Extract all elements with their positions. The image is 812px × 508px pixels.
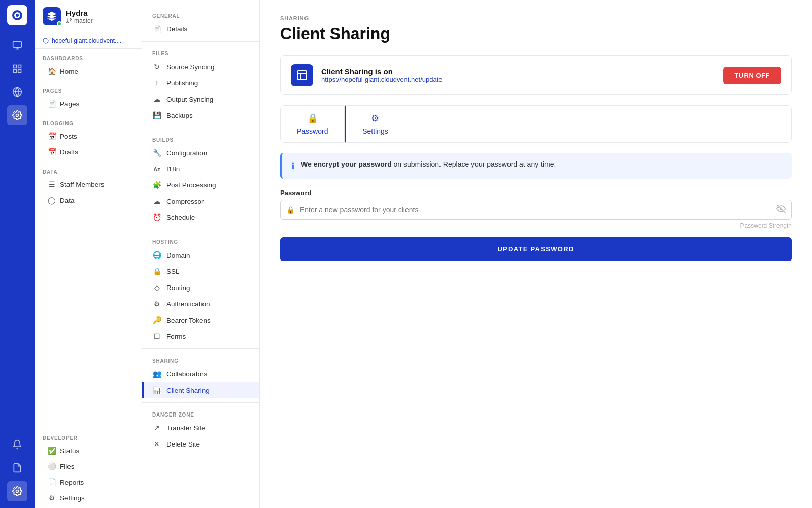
nav-item-details[interactable]: 📄 Details [142, 21, 259, 37]
nav-item-forms[interactable]: ☐ Forms [142, 328, 259, 344]
sidebar-item-pages[interactable]: 📄 Pages [43, 96, 133, 111]
nav-item-i18n[interactable]: Az I18n [142, 161, 259, 177]
sidebar-url[interactable]: hopeful-giant.cloudvent.... [35, 33, 142, 49]
tab-settings-icon: ⚙ [371, 113, 379, 124]
nav-icon-globe[interactable] [7, 82, 27, 102]
svg-rect-9 [18, 70, 21, 73]
sharing-icon-box [291, 64, 313, 86]
nav-item-domain[interactable]: 🌐 Domain [142, 247, 259, 263]
nav-section-danger: DANGER ZONE [142, 407, 259, 420]
sidebar-item-posts[interactable]: 📅 Posts [43, 129, 133, 144]
nav-section-builds: BUILDS [142, 132, 259, 145]
sidebar-item-drafts[interactable]: 📅 Drafts [43, 144, 133, 160]
i18n-icon: Az [152, 166, 161, 172]
eye-icon[interactable] [776, 204, 786, 215]
nav-icon-settings[interactable] [7, 105, 27, 125]
main-content: SHARING Client Sharing Client Sharing is… [260, 0, 812, 508]
details-icon: 📄 [152, 25, 161, 33]
info-icon: ℹ [291, 161, 295, 172]
nav-icon-user-settings[interactable] [7, 481, 27, 501]
password-input[interactable] [280, 200, 792, 220]
section-label-dashboards: DASHBOARDS [43, 56, 133, 61]
authentication-icon: ⚙ [152, 300, 161, 308]
section-blogging: BLOGGING 📅 Posts 📅 Drafts [35, 114, 142, 162]
publishing-icon: ↑ [152, 79, 161, 87]
sidebar-item-reports[interactable]: 📄 Reports [43, 474, 133, 490]
files-icon: ⚪ [48, 462, 56, 470]
svg-rect-18 [297, 71, 307, 80]
transfer-site-icon: ↗ [152, 424, 161, 432]
page-title: Client Sharing [280, 24, 792, 43]
nav-icon-bell[interactable] [7, 434, 27, 455]
status-icon: ✅ [48, 447, 56, 455]
ssl-icon: 🔒 [152, 267, 161, 275]
delete-site-icon: ✕ [152, 440, 161, 448]
nav-icon-reports[interactable] [7, 458, 27, 478]
nav-item-output-syncing[interactable]: ☁ Output Syncing [142, 91, 259, 107]
svg-rect-8 [14, 70, 17, 73]
section-developer: DEVELOPER ✅ Status ⚪ Files 📄 Reports ⚙ S… [35, 428, 142, 508]
drafts-icon: 📅 [48, 148, 56, 156]
nav-item-configuration[interactable]: 🔧 Configuration [142, 145, 259, 161]
password-strength-label: Password Strength [280, 222, 792, 229]
field-label-password: Password [280, 189, 792, 197]
svg-point-16 [67, 21, 69, 23]
branch-label: master [66, 17, 93, 24]
nav-item-source-syncing[interactable]: ↻ Source Syncing [142, 58, 259, 75]
nav-item-backups[interactable]: 💾 Backups [142, 107, 259, 123]
update-password-button[interactable]: UPDATE PASSWORD [280, 237, 792, 261]
turn-off-button[interactable]: TURN OFF [723, 67, 781, 84]
svg-rect-7 [18, 65, 21, 68]
staff-icon: ☰ [48, 180, 56, 188]
svg-point-12 [16, 114, 19, 117]
sidebar-item-files[interactable]: ⚪ Files [43, 459, 133, 474]
password-form: Password 🔒 Password Strength UPDATE PASS… [280, 189, 792, 261]
nav-section-files: FILES [142, 46, 259, 58]
sidebar-item-home[interactable]: 🏠 Home [43, 64, 133, 79]
nav-item-compressor[interactable]: ☁ Compressor [142, 193, 259, 209]
info-box: ℹ We encrypt your password on submission… [280, 153, 792, 179]
nav-item-routing[interactable]: ◇ Routing [142, 279, 259, 296]
settings-nav: GENERAL 📄 Details FILES ↻ Source Syncing… [142, 0, 260, 508]
nav-item-authentication[interactable]: ⚙ Authentication [142, 296, 259, 312]
nav-item-publishing[interactable]: ↑ Publishing [142, 75, 259, 91]
sidebar-item-settings[interactable]: ⚙ Settings [43, 490, 133, 505]
site-name: Hydra [66, 9, 93, 17]
nav-item-bearer-tokens[interactable]: 🔑 Bearer Tokens [142, 312, 259, 328]
sidebar-item-status[interactable]: ✅ Status [43, 443, 133, 458]
site-logo [43, 7, 61, 25]
nav-icon-monitor[interactable] [7, 35, 27, 55]
nav-item-schedule[interactable]: ⏰ Schedule [142, 209, 259, 226]
compressor-icon: ☁ [152, 197, 161, 205]
svg-point-2 [16, 14, 19, 17]
nav-item-post-processing[interactable]: 🧩 Post Processing [142, 177, 259, 193]
app-logo[interactable] [7, 5, 27, 25]
home-icon: 🏠 [48, 67, 56, 75]
section-pages: PAGES 📄 Pages [35, 81, 142, 114]
sidebar-item-staff-members[interactable]: ☰ Staff Members [43, 177, 133, 192]
page-section-label: SHARING [280, 15, 792, 21]
client-sharing-icon: 📊 [152, 386, 161, 394]
nav-item-collaborators[interactable]: 👥 Collaborators [142, 366, 259, 382]
forms-icon: ☐ [152, 332, 161, 340]
routing-icon: ◇ [152, 283, 161, 292]
collaborators-icon: 👥 [152, 370, 161, 378]
nav-icon-grid[interactable] [7, 58, 27, 79]
source-syncing-icon: ↻ [152, 62, 161, 71]
site-sidebar: Hydra master hopeful-giant.cloudvent....… [35, 0, 142, 508]
nav-section-sharing: SHARING [142, 353, 259, 366]
info-text: We encrypt your password on submission. … [301, 160, 556, 168]
svg-point-15 [70, 18, 72, 20]
tab-password[interactable]: 🔒 Password [281, 106, 345, 142]
nav-item-delete-site[interactable]: ✕ Delete Site [142, 436, 259, 452]
pages-icon: 📄 [48, 100, 56, 108]
sharing-status-card: Client Sharing is on https://hopeful-gia… [280, 55, 792, 95]
section-data: DATA ☰ Staff Members ◯ Data [35, 162, 142, 210]
sidebar-item-data[interactable]: ◯ Data [43, 193, 133, 208]
nav-item-ssl[interactable]: 🔒 SSL [142, 263, 259, 279]
nav-item-client-sharing[interactable]: 📊 Client Sharing [142, 382, 259, 398]
tab-settings[interactable]: ⚙ Settings [345, 106, 405, 142]
nav-item-transfer-site[interactable]: ↗ Transfer Site [142, 420, 259, 436]
password-input-wrap: 🔒 [280, 200, 792, 220]
status-link[interactable]: https://hopeful-giant.cloudvent.net/upda… [321, 76, 715, 83]
